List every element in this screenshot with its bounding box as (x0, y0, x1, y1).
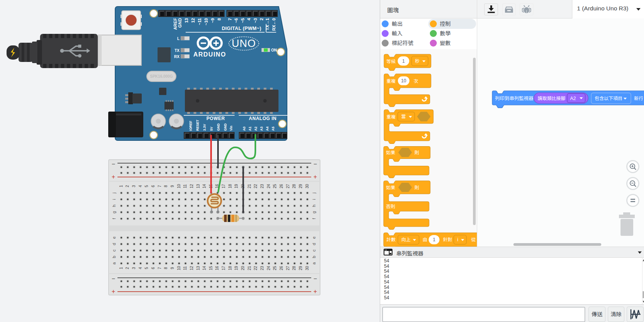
svg-text:如果: 如果 (386, 185, 395, 190)
svg-text:針對: 針對 (443, 237, 452, 242)
svg-text:d: d (112, 243, 116, 245)
svg-text:7: 7 (158, 185, 162, 187)
svg-text:26: 26 (279, 266, 283, 270)
svg-text:18: 18 (228, 266, 232, 270)
svg-text:1: 1 (119, 185, 123, 187)
svg-text:25: 25 (273, 266, 277, 270)
svg-text:c: c (312, 249, 316, 252)
svg-text:~5: ~5 (240, 18, 245, 23)
svg-text:10: 10 (177, 184, 181, 189)
svg-text:GND: GND (178, 18, 182, 28)
svg-text:則: 則 (414, 150, 419, 155)
svg-text:讀取類比接腳: 讀取類比接腳 (538, 96, 565, 101)
svg-text:等候: 等候 (386, 59, 396, 64)
svg-text:Vin: Vin (229, 126, 233, 131)
svg-text:13: 13 (196, 266, 200, 270)
svg-text:−: − (314, 275, 317, 282)
svg-text:A5: A5 (271, 127, 275, 131)
svg-text:11: 11 (183, 184, 187, 188)
svg-text:21: 21 (247, 266, 252, 270)
svg-text:14: 14 (202, 184, 206, 189)
svg-text:由: 由 (423, 237, 427, 242)
svg-text:1: 1 (433, 237, 436, 242)
svg-text:~11: ~11 (197, 18, 202, 25)
svg-text:標記符號: 標記符號 (392, 40, 413, 46)
svg-text:6: 6 (151, 185, 155, 187)
svg-text:8: 8 (164, 267, 168, 269)
svg-text:+: + (112, 174, 115, 180)
svg-text:重複: 重複 (386, 114, 396, 120)
svg-text:18: 18 (228, 184, 232, 189)
svg-text:d: d (312, 243, 316, 245)
svg-text:~3: ~3 (253, 18, 258, 23)
svg-text:30: 30 (305, 266, 309, 270)
svg-text:j: j (312, 192, 316, 194)
svg-text:變數: 變數 (440, 40, 451, 46)
svg-text:9: 9 (170, 267, 174, 269)
svg-text:列印到串列監視器: 列印到串列監視器 (495, 96, 534, 101)
svg-text:3: 3 (132, 267, 136, 269)
svg-text:23: 23 (260, 184, 264, 189)
svg-text:b: b (112, 256, 116, 258)
svg-text:向上: 向上 (401, 237, 411, 242)
svg-text:6: 6 (151, 267, 155, 269)
svg-text:A2: A2 (254, 127, 258, 131)
svg-text:i: i (112, 199, 116, 200)
svg-text:RX: RX (174, 55, 179, 59)
svg-text:ANALOG IN: ANALOG IN (249, 116, 277, 121)
svg-text:+: + (314, 174, 317, 180)
svg-text:28: 28 (292, 184, 296, 189)
svg-text:24: 24 (267, 266, 271, 270)
svg-text:輸入: 輸入 (392, 30, 402, 37)
svg-text:控制: 控制 (440, 21, 451, 27)
svg-text:TX: TX (174, 48, 179, 53)
svg-text:1: 1 (119, 267, 123, 269)
svg-text:16: 16 (215, 266, 219, 270)
svg-text:2: 2 (259, 18, 264, 20)
svg-text:SPK16.000G: SPK16.000G (150, 74, 173, 78)
svg-text:計數: 計數 (386, 237, 396, 242)
svg-text:當: 當 (401, 114, 406, 119)
svg-text:15: 15 (209, 266, 213, 270)
svg-text:5: 5 (144, 267, 149, 269)
svg-text:POWER: POWER (206, 116, 225, 121)
svg-text:1: 1 (402, 58, 405, 64)
svg-text:29: 29 (299, 266, 303, 270)
svg-text:則: 則 (414, 185, 419, 190)
svg-text:5V: 5V (210, 127, 213, 131)
svg-text:29: 29 (299, 184, 303, 189)
svg-text:新行: 新行 (634, 96, 643, 101)
svg-text:28: 28 (292, 266, 296, 270)
svg-text:e: e (312, 237, 316, 239)
svg-text:ON: ON (271, 48, 277, 52)
svg-text:L: L (177, 37, 179, 41)
svg-text:30: 30 (305, 184, 309, 189)
svg-text:c: c (112, 249, 116, 252)
svg-text:ARDUINO: ARDUINO (193, 51, 226, 58)
svg-text:13: 13 (196, 184, 200, 189)
svg-text:a: a (312, 262, 316, 265)
svg-text:7: 7 (228, 18, 232, 20)
svg-text:GND: GND (223, 123, 227, 131)
svg-text:RESET: RESET (196, 120, 200, 131)
svg-text:4: 4 (247, 18, 251, 20)
svg-text:4: 4 (138, 185, 143, 187)
svg-text:~9: ~9 (210, 18, 215, 23)
svg-text:數學: 數學 (440, 30, 451, 37)
svg-text:22: 22 (253, 184, 258, 189)
svg-text:秒: 秒 (415, 58, 420, 64)
svg-text:i: i (312, 199, 316, 200)
svg-text:i: i (457, 237, 458, 242)
svg-text:g: g (112, 211, 116, 214)
svg-text:12: 12 (190, 266, 194, 270)
svg-text:DIGITAL (PWM~): DIGITAL (PWM~) (222, 26, 262, 31)
svg-text:從: 從 (471, 237, 476, 242)
svg-text:21: 21 (247, 184, 252, 189)
svg-text:20: 20 (241, 266, 245, 270)
svg-text:b: b (312, 256, 316, 258)
svg-text:A3: A3 (260, 127, 263, 131)
svg-text:UNO: UNO (232, 38, 256, 49)
svg-text:h: h (312, 205, 316, 207)
svg-text:8: 8 (164, 185, 168, 187)
svg-text:27: 27 (286, 266, 290, 270)
